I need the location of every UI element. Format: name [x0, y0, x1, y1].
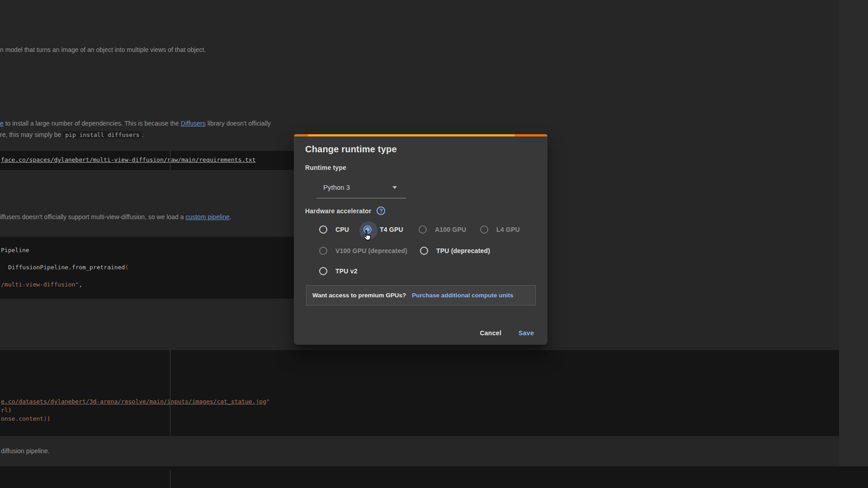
radio-option-label: TPU (deprecated): [436, 247, 490, 254]
intro-paragraph: n model that turns an image of an object…: [0, 46, 206, 53]
premium-banner: Want access to premium GPUs? Purchase ad…: [306, 285, 536, 305]
radio-option-label: T4 GPU: [380, 226, 403, 233]
radio-circle-icon[interactable]: [420, 247, 428, 255]
radio-option-tpu[interactable]: TPU (deprecated): [420, 245, 490, 256]
dependencies-paragraph-line1: e to install a large number of dependenc…: [0, 120, 271, 127]
requirements-url-link[interactable]: face.co/spaces/dylanebert/multi-view-dif…: [1, 156, 256, 163]
change-runtime-dialog: Change runtime type Runtime type Python …: [294, 134, 547, 345]
custom-pipeline-paragraph: iffusers doesn't officially support mult…: [0, 213, 231, 221]
dialog-title: Change runtime type: [305, 144, 397, 155]
cursor-pointer-icon: [363, 230, 373, 243]
radio-option-a100-gpu[interactable]: A100 GPU: [419, 224, 466, 235]
save-button[interactable]: Save: [512, 326, 540, 340]
dialog-accent-bar: [294, 134, 547, 136]
cat-statue-code-block: e.co/datasets/dylanebert/3d-arena/resolv…: [0, 350, 868, 436]
diffusers-link[interactable]: Diffusers: [181, 120, 206, 127]
radio-circle-icon[interactable]: [319, 247, 327, 255]
cell-divider-line: [170, 151, 170, 170]
dialog-actions: Cancel Save: [473, 326, 540, 340]
radio-option-l4-gpu[interactable]: L4 GPU: [480, 224, 520, 235]
radio-option-cpu[interactable]: CPU: [319, 224, 349, 235]
custom-pipeline-link[interactable]: custom pipeline: [185, 213, 229, 221]
radio-circle-icon[interactable]: [319, 267, 327, 275]
bottom-code-block: [0, 466, 868, 488]
radio-option-label: V100 GPU (deprecated): [335, 247, 407, 254]
hardware-accelerator-row: Hardware accelerator ?: [305, 206, 385, 215]
hardware-accelerator-label: Hardware accelerator: [305, 207, 371, 215]
inline-code-pip-install: pip install diffusers: [63, 131, 142, 139]
radio-option-v100-gpu[interactable]: V100 GPU (deprecated): [319, 245, 407, 256]
chevron-down-icon: [392, 186, 397, 189]
runtime-type-label: Runtime type: [305, 164, 346, 171]
scrollbar-gutter[interactable]: [839, 0, 868, 466]
runtime-type-select[interactable]: Python 3: [316, 177, 406, 198]
radio-option-label: A100 GPU: [435, 226, 466, 233]
radio-circle-icon[interactable]: [419, 225, 427, 234]
dependencies-paragraph-line2: re, this may simply be pip install diffu…: [0, 131, 144, 138]
cat-statue-url-link[interactable]: e.co/datasets/dylanebert/3d-arena/resolv…: [1, 398, 266, 405]
selected-runtime-value: Python 3: [323, 183, 392, 191]
cancel-button[interactable]: Cancel: [473, 326, 508, 340]
radio-circle-icon[interactable]: [319, 225, 327, 234]
cell-divider-line: [170, 350, 170, 436]
purchase-compute-units-link[interactable]: Purchase additional compute units: [412, 292, 513, 299]
premium-banner-text: Want access to premium GPUs?: [312, 292, 406, 299]
outro-paragraph: diffusion pipeline.: [1, 447, 50, 455]
radio-option-label: L4 GPU: [496, 226, 520, 233]
pipeline-code-block: Pipeline DiffusionPipeline.from_pretrain…: [0, 237, 344, 299]
cell-divider-line: [170, 471, 170, 488]
radio-option-label: TPU v2: [335, 267, 358, 275]
help-icon[interactable]: ?: [377, 206, 385, 215]
requirements-code-block: face.co/spaces/dylanebert/multi-view-dif…: [0, 151, 344, 170]
cut-link[interactable]: e: [0, 120, 4, 127]
radio-option-label: CPU: [335, 226, 349, 233]
colab-notebook-screen: n model that turns an image of an object…: [0, 0, 868, 488]
radio-option-tpu-v2[interactable]: TPU v2: [319, 266, 358, 277]
radio-circle-icon[interactable]: [480, 225, 488, 234]
